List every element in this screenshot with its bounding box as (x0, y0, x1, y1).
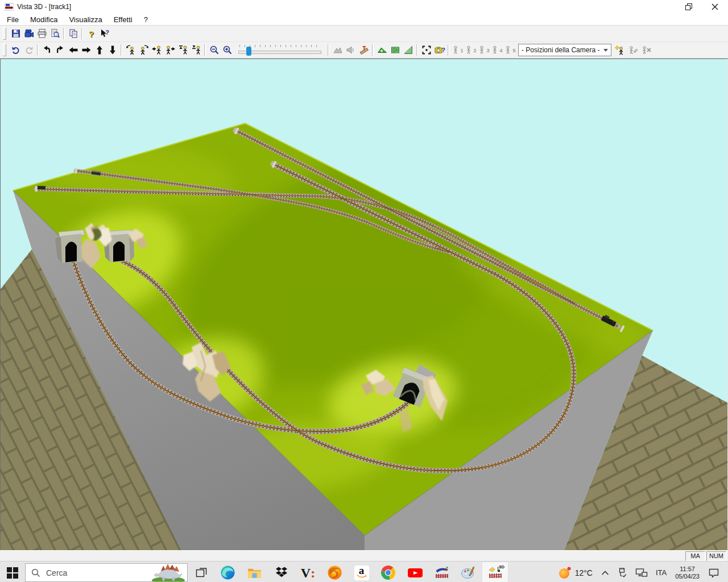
camera-help-button[interactable]: ? (433, 44, 446, 56)
spotlight-tool-button (344, 44, 357, 56)
center-view-button[interactable] (420, 44, 433, 56)
center-view-icon (421, 45, 432, 55)
svg-text:3: 3 (486, 48, 489, 53)
3d-scene[interactable] (1, 59, 727, 550)
copy-button[interactable] (67, 27, 80, 40)
walk-step-right-button[interactable] (163, 44, 176, 56)
edit-terrain-button[interactable] (375, 44, 388, 56)
menu-help[interactable]: ? (138, 14, 154, 25)
svg-text:4: 4 (499, 48, 502, 53)
edit-camera-position-button (626, 44, 639, 56)
close-icon (712, 3, 718, 10)
zoom-in-button[interactable] (221, 44, 234, 56)
figure-pencil-icon (627, 45, 639, 55)
taskbar-paint-app[interactable] (455, 562, 482, 582)
taskbar-file-explorer[interactable] (241, 562, 268, 582)
taskbar-track-planner-2d[interactable] (428, 562, 455, 582)
save-button[interactable] (9, 27, 22, 40)
context-help-icon: ? (100, 28, 110, 39)
zoom-out-button[interactable] (208, 44, 221, 56)
gradient-tool-button[interactable] (357, 44, 370, 56)
close-button[interactable] (702, 0, 728, 14)
taskbar-amazon[interactable]: a (348, 562, 375, 582)
figure-step-left-icon (151, 44, 163, 56)
edge-icon (220, 565, 235, 580)
taskbar-firefox[interactable] (321, 562, 348, 582)
taskbar-dropbox[interactable] (268, 562, 295, 582)
figure-lower-icon (191, 44, 202, 56)
taskbar-v-app[interactable]: V: (295, 562, 321, 582)
restore-button[interactable] (676, 0, 702, 14)
menu-file[interactable]: File (1, 14, 24, 25)
camera-positions-dropdown[interactable]: - Posizioni della Camera - (518, 44, 611, 56)
network-button[interactable] (632, 562, 651, 582)
help-icon: ? (89, 29, 94, 39)
arrow-left-icon (68, 45, 78, 55)
taskbar-clock[interactable]: 11:57 05/04/23 (672, 566, 703, 580)
turn-view-right-button[interactable] (53, 44, 67, 56)
camera-slot-icon: 4 (491, 45, 503, 55)
taskbar-chrome[interactable] (375, 562, 402, 582)
search-input[interactable] (45, 568, 133, 578)
camera-position-2-button: 2 (464, 44, 477, 56)
figure-rotate-right-icon (138, 44, 150, 56)
printer-icon (37, 28, 47, 39)
raise-camera-button[interactable] (176, 44, 189, 56)
taskbar-youtube[interactable] (402, 562, 428, 582)
tray-overflow-button[interactable] (598, 562, 612, 582)
taskbar-edge[interactable] (214, 562, 241, 582)
camera-slot-icon: 3 (478, 45, 490, 55)
camera-slot-icon: 5 (504, 45, 516, 55)
toolbar-3d-navigation: ? 1 2 3 4 5 (0, 42, 728, 59)
keyboard-language-button[interactable]: ITA (653, 562, 669, 582)
walk-step-left-button[interactable] (150, 44, 163, 56)
lower-camera-button[interactable] (189, 44, 202, 56)
pan-left-button[interactable] (67, 44, 80, 56)
youtube-icon (407, 567, 423, 579)
network-icon (635, 568, 648, 578)
menu-bar: File Modifica Visualizza Effetti ? (0, 14, 728, 25)
menu-visualizza[interactable]: Visualizza (63, 14, 107, 25)
walk-rotate-right-button[interactable] (137, 44, 150, 56)
pan-down-button[interactable] (106, 44, 119, 56)
delete-camera-position-button (639, 44, 652, 56)
texture-wall-button[interactable] (388, 44, 402, 56)
task-view-button[interactable] (188, 562, 214, 582)
texture-slope-button[interactable] (402, 44, 415, 56)
turn-view-left-button[interactable] (40, 44, 53, 56)
toolbar-grip[interactable] (3, 44, 6, 56)
taskbar-track-planner-3d[interactable]: 3D (482, 562, 508, 582)
search-highlight-dinosaur-image[interactable] (150, 564, 187, 581)
temperature-label: 12°C (575, 568, 593, 577)
zoom-slider[interactable] (237, 44, 322, 56)
start-button[interactable] (0, 562, 25, 582)
taskbar-search[interactable] (25, 563, 188, 582)
print-button[interactable] (35, 27, 48, 40)
zoom-slider-thumb[interactable] (246, 47, 251, 56)
undo-button[interactable] (9, 44, 22, 56)
help-button[interactable]: ? (85, 27, 98, 40)
3d-viewport[interactable] (0, 59, 728, 550)
add-camera-position-button[interactable] (613, 44, 626, 56)
file-explorer-icon (247, 565, 262, 580)
notification-center-button[interactable] (705, 562, 722, 582)
context-help-button[interactable]: ? (98, 27, 111, 40)
pan-up-button[interactable] (93, 44, 106, 56)
record-video-button[interactable] (22, 27, 35, 40)
arrow-up-icon (94, 45, 105, 55)
print-preview-button[interactable] (48, 27, 61, 40)
walk-rotate-left-button[interactable] (124, 44, 137, 56)
title-bar: Vista 3D - [track1] (0, 0, 728, 14)
usb-device-button[interactable] (614, 562, 630, 582)
app-icon (5, 2, 14, 11)
menu-effetti[interactable]: Effetti (108, 14, 138, 25)
amazon-icon: a (354, 566, 369, 580)
toolbar-grip[interactable] (3, 27, 6, 40)
weather-widget[interactable]: 12°C (555, 566, 596, 580)
pan-right-button[interactable] (80, 44, 93, 56)
undo-icon (11, 45, 21, 55)
svg-text:5: 5 (512, 48, 515, 53)
palette-icon (461, 565, 476, 580)
menu-modifica[interactable]: Modifica (24, 14, 63, 25)
camera-position-4-button: 4 (490, 44, 503, 56)
